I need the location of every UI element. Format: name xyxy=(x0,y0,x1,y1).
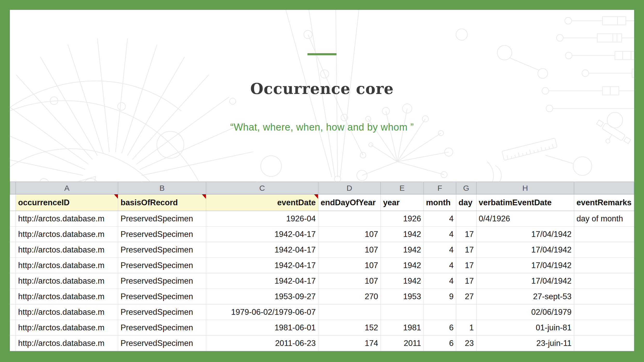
cell[interactable]: 270 xyxy=(318,289,380,304)
cell[interactable]: PreservedSpecimen xyxy=(118,289,206,304)
header-cell[interactable]: eventDate xyxy=(206,194,318,211)
cell[interactable]: 01-juin-81 xyxy=(476,320,574,336)
header-cell[interactable]: day xyxy=(456,194,476,211)
cell[interactable]: PreservedSpecimen xyxy=(118,258,206,273)
header-cell[interactable]: endDayOfYear xyxy=(318,194,380,211)
cell[interactable]: 1 xyxy=(456,320,476,336)
cell[interactable]: PreservedSpecimen xyxy=(118,211,206,227)
cell[interactable]: 4 xyxy=(424,211,456,227)
cell[interactable]: 17/04/1942 xyxy=(476,227,574,242)
cell[interactable]: http://arctos.database.m xyxy=(16,242,118,258)
cell[interactable] xyxy=(424,304,456,320)
cell[interactable]: 1942-04-17 xyxy=(206,258,318,273)
cell[interactable]: 1926-04 xyxy=(206,211,318,227)
header-cell[interactable]: eventRemarks xyxy=(574,194,634,211)
header-cell[interactable]: verbatimEventDate xyxy=(476,194,574,211)
cell[interactable]: 23 xyxy=(456,336,476,351)
column-letter[interactable]: A xyxy=(16,182,118,194)
column-letter[interactable]: C xyxy=(206,182,318,194)
cell[interactable]: 1942-04-17 xyxy=(206,273,318,289)
column-letter-label: G xyxy=(463,184,469,192)
cell[interactable]: 2011 xyxy=(381,336,424,351)
cell[interactable]: 17/04/1942 xyxy=(476,273,574,289)
cell[interactable]: 23-juin-11 xyxy=(476,336,574,351)
cell[interactable]: 02/06/1979 xyxy=(476,304,574,320)
cell[interactable]: 17/04/1942 xyxy=(476,258,574,273)
cell[interactable]: 1926 xyxy=(381,211,424,227)
cell[interactable]: http://arctos.database.m xyxy=(16,289,118,304)
cell[interactable]: 107 xyxy=(318,258,380,273)
cell[interactable]: 17 xyxy=(456,227,476,242)
header-cell[interactable]: year xyxy=(381,194,424,211)
cell[interactable]: 4 xyxy=(424,273,456,289)
cell[interactable]: 1942 xyxy=(381,258,424,273)
cell[interactable]: 1942-04-17 xyxy=(206,227,318,242)
cell[interactable] xyxy=(574,304,634,320)
cell[interactable]: http://arctos.database.m xyxy=(16,258,118,273)
cell[interactable]: 1942-04-17 xyxy=(206,242,318,258)
cell[interactable]: 17 xyxy=(456,258,476,273)
cell[interactable]: 1942 xyxy=(381,227,424,242)
cell[interactable]: 27-sept-53 xyxy=(476,289,574,304)
cell[interactable] xyxy=(574,320,634,336)
cell[interactable]: 4 xyxy=(424,227,456,242)
cell[interactable]: 107 xyxy=(318,242,380,258)
cell[interactable]: 17/04/1942 xyxy=(476,242,574,258)
column-letter[interactable]: D xyxy=(318,182,380,194)
cell[interactable]: 6 xyxy=(424,336,456,351)
cell[interactable]: 1981 xyxy=(381,320,424,336)
cell[interactable] xyxy=(574,289,634,304)
cell[interactable]: 27 xyxy=(456,289,476,304)
cell[interactable]: 1942 xyxy=(381,273,424,289)
cell[interactable]: 0/4/1926 xyxy=(476,211,574,227)
cell[interactable]: PreservedSpecimen xyxy=(118,304,206,320)
cell[interactable]: PreservedSpecimen xyxy=(118,273,206,289)
column-letter[interactable]: I xyxy=(574,182,634,194)
cell[interactable]: 1953 xyxy=(381,289,424,304)
cell[interactable] xyxy=(318,304,380,320)
column-letter[interactable]: G xyxy=(456,182,476,194)
cell[interactable] xyxy=(574,258,634,273)
cell[interactable]: 17 xyxy=(456,242,476,258)
cell[interactable]: PreservedSpecimen xyxy=(118,242,206,258)
column-letter[interactable]: H xyxy=(476,182,574,194)
cell[interactable]: 1953-09-27 xyxy=(206,289,318,304)
cell[interactable]: http://arctos.database.m xyxy=(16,320,118,336)
cell[interactable] xyxy=(318,211,380,227)
cell[interactable] xyxy=(574,336,634,351)
cell[interactable]: 152 xyxy=(318,320,380,336)
cell[interactable] xyxy=(456,304,476,320)
cell[interactable] xyxy=(381,304,424,320)
cell[interactable]: PreservedSpecimen xyxy=(118,320,206,336)
cell[interactable]: 4 xyxy=(424,242,456,258)
cell[interactable]: 6 xyxy=(424,320,456,336)
header-cell[interactable]: occurrenceID xyxy=(16,194,118,211)
cell[interactable]: PreservedSpecimen xyxy=(118,227,206,242)
cell[interactable]: http://arctos.database.m xyxy=(16,304,118,320)
cell[interactable]: http://arctos.database.m xyxy=(16,273,118,289)
cell[interactable]: 107 xyxy=(318,273,380,289)
cell[interactable] xyxy=(574,273,634,289)
cell[interactable]: 1981-06-01 xyxy=(206,320,318,336)
cell[interactable]: 4 xyxy=(424,258,456,273)
cell[interactable]: day of month xyxy=(574,211,634,227)
cell[interactable]: PreservedSpecimen xyxy=(118,336,206,351)
column-letter[interactable]: F xyxy=(424,182,456,194)
header-cell[interactable]: month xyxy=(424,194,456,211)
cell[interactable]: http://arctos.database.m xyxy=(16,211,118,227)
cell[interactable]: 9 xyxy=(424,289,456,304)
cell[interactable]: 1942 xyxy=(381,242,424,258)
cell[interactable] xyxy=(574,227,634,242)
cell[interactable]: 174 xyxy=(318,336,380,351)
cell[interactable]: 17 xyxy=(456,273,476,289)
column-letter[interactable]: B xyxy=(118,182,206,194)
cell[interactable]: http://arctos.database.m xyxy=(16,336,118,351)
column-letter[interactable]: E xyxy=(381,182,424,194)
cell[interactable] xyxy=(574,242,634,258)
cell[interactable]: http://arctos.database.m xyxy=(16,227,118,242)
cell[interactable]: 2011-06-23 xyxy=(206,336,318,351)
header-cell[interactable]: basisOfRecord xyxy=(118,194,206,211)
cell[interactable]: 107 xyxy=(318,227,380,242)
cell[interactable]: 1979-06-02/1979-06-07 xyxy=(206,304,318,320)
cell[interactable] xyxy=(456,211,476,227)
